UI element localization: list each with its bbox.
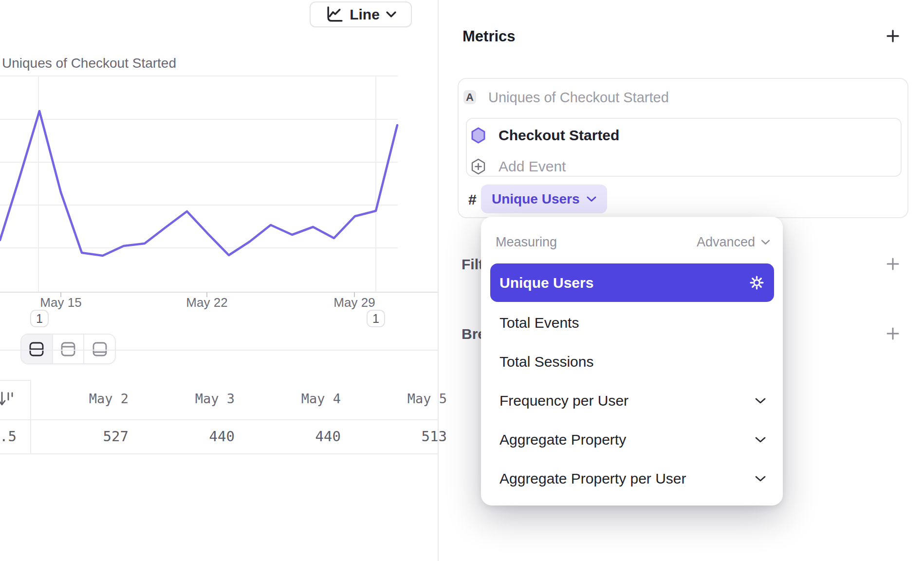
chevron-down-icon	[386, 11, 396, 18]
table-cell: 527	[22, 428, 129, 445]
line-chart	[0, 0, 438, 561]
annotation-badge[interactable]: 1	[367, 310, 385, 327]
frozen-column-top-border	[0, 380, 30, 381]
chart-type-button[interactable]: Line	[310, 1, 412, 27]
metrics-section-title: Metrics	[462, 28, 516, 45]
table-header-cell[interactable]: May 5	[341, 391, 447, 406]
advanced-mode-dropdown[interactable]: Advanced	[697, 235, 770, 250]
chevron-down-icon	[755, 475, 766, 482]
table-cell: 440	[235, 428, 341, 445]
view-chart-only-button[interactable]	[52, 335, 84, 363]
menu-item-aggregate-property[interactable]: Aggregate Property	[481, 420, 783, 459]
table-cell: 513	[341, 428, 447, 445]
chart-series-title: Uniques of Checkout Started	[2, 56, 176, 71]
menu-item-label: Aggregate Property	[499, 431, 626, 448]
chart-type-label: Line	[350, 6, 380, 23]
split-chart-table-icon	[28, 341, 45, 357]
menu-item-total-sessions[interactable]: Total Sessions	[481, 342, 783, 381]
x-axis-tick-label: May 29	[333, 295, 375, 310]
table-header-cell[interactable]: May 4	[235, 391, 341, 406]
panel-divider	[438, 0, 439, 561]
menu-item-frequency-per-user[interactable]: Frequency per User	[481, 381, 783, 420]
add-event-hexagon-icon	[471, 158, 486, 175]
menu-item-label: Aggregate Property per User	[499, 470, 686, 487]
x-axis-tick-label: May 22	[186, 295, 227, 310]
metric-letter-badge: A	[463, 90, 476, 104]
menu-item-label: Frequency per User	[499, 393, 628, 409]
sort-descending-icon[interactable]	[0, 391, 15, 408]
add-filter-button[interactable]	[887, 258, 899, 270]
measure-hash-prefix: #	[468, 191, 477, 208]
analytics-app: Uniques of Checkout Started Line May 15M…	[0, 0, 924, 561]
view-toggle	[20, 334, 116, 364]
measuring-label: Measuring	[496, 235, 557, 250]
measure-value: Unique Users	[492, 191, 580, 207]
measuring-dropdown-popover: Measuring Advanced Unique Users	[481, 217, 783, 505]
table-header-cell[interactable]: May 2	[22, 391, 129, 406]
table-row-border	[0, 453, 438, 454]
chart-only-icon	[60, 341, 76, 357]
event-name: Checkout Started	[499, 127, 619, 144]
table-row-overall-value: 0.5	[0, 428, 17, 445]
view-table-only-button[interactable]	[83, 335, 115, 363]
advanced-label: Advanced	[697, 235, 755, 250]
measure-dropdown-chip[interactable]: Unique Users	[481, 185, 607, 213]
view-split-chart-table-button[interactable]	[21, 335, 52, 363]
metric-card-title[interactable]: Uniques of Checkout Started	[488, 90, 669, 106]
add-breakdown-button[interactable]	[887, 327, 899, 340]
add-event-label: Add Event	[499, 158, 566, 175]
event-card: Checkout Started Add Event	[466, 118, 902, 177]
table-top-divider	[0, 350, 438, 351]
menu-item-label: Total Sessions	[499, 354, 593, 370]
menu-item-total-events[interactable]: Total Events	[481, 303, 783, 342]
table-only-icon	[92, 341, 108, 357]
menu-item-unique-users-selected[interactable]: Unique Users	[490, 263, 774, 302]
table-header-cell[interactable]: May 3	[129, 391, 235, 406]
annotation-badge[interactable]: 1	[30, 310, 49, 327]
gear-icon[interactable]	[749, 275, 764, 290]
x-axis-tick-label: May 15	[40, 295, 81, 310]
add-event-button[interactable]: Add Event	[471, 157, 566, 176]
table-cell: 440	[129, 428, 235, 445]
chevron-down-icon	[755, 397, 766, 404]
line-chart-icon	[325, 6, 343, 23]
table-header-border	[0, 419, 438, 420]
menu-item-label: Total Events	[499, 315, 579, 331]
menu-item-label: Unique Users	[499, 275, 593, 291]
menu-item-aggregate-property-per-user[interactable]: Aggregate Property per User	[481, 459, 783, 498]
event-row[interactable]: Checkout Started	[471, 126, 619, 145]
chevron-down-icon	[761, 240, 770, 245]
chevron-down-icon	[755, 436, 766, 443]
chevron-down-icon	[587, 196, 596, 202]
event-hexagon-icon	[471, 127, 486, 144]
add-metric-button[interactable]	[887, 30, 899, 42]
